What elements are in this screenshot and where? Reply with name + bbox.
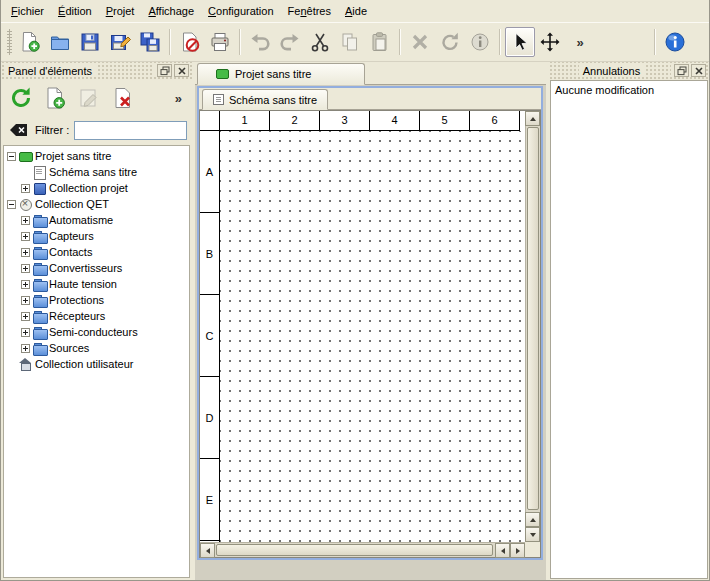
- tree-expander-icon[interactable]: [21, 312, 30, 321]
- paste-button[interactable]: [365, 27, 395, 57]
- rotate-button[interactable]: [435, 27, 465, 57]
- elements-panel-titlebar[interactable]: Panel d'éléments: [1, 62, 192, 79]
- save-button[interactable]: [75, 27, 105, 57]
- float-icon: [160, 66, 170, 76]
- tree-item-label: Collection projet: [49, 182, 128, 194]
- tree-item-icon: [33, 230, 46, 242]
- tree-expander-icon[interactable]: [21, 184, 30, 193]
- diagram-canvas[interactable]: 123456 ABCDE: [200, 111, 525, 542]
- scroll-right-button[interactable]: [510, 543, 525, 558]
- tree-expander-icon[interactable]: [7, 200, 16, 209]
- menu-item[interactable]: Aide: [338, 2, 374, 20]
- save-as-button[interactable]: [105, 27, 135, 57]
- menu-item[interactable]: Configuration: [201, 2, 280, 20]
- tree-item-label: Semi-conducteurs: [49, 326, 138, 338]
- tree-item[interactable]: Sources: [4, 340, 189, 356]
- selection-tool-button[interactable]: [505, 27, 535, 57]
- redo-button[interactable]: [275, 27, 305, 57]
- toolbar-overflow-button[interactable]: »: [565, 27, 595, 57]
- floppy-icon: [79, 31, 101, 53]
- tree-item-icon: [33, 326, 46, 338]
- chevron-right-icon: »: [175, 91, 182, 106]
- tree-item[interactable]: Récepteurs: [4, 308, 189, 324]
- tree-expander-icon[interactable]: [21, 216, 30, 225]
- new-element-button[interactable]: [40, 83, 70, 113]
- menu-item[interactable]: Fenêtres: [281, 2, 338, 20]
- tree-item[interactable]: Collection projet: [4, 180, 189, 196]
- tree-item[interactable]: Contacts: [4, 244, 189, 260]
- tree-expander-icon[interactable]: [21, 248, 30, 257]
- scroll-left-button[interactable]: [200, 543, 215, 558]
- row-label: B: [200, 213, 219, 295]
- undo-list-item[interactable]: Aucune modification: [551, 81, 707, 99]
- scroll-up-button-2[interactable]: [525, 512, 540, 527]
- tree-item[interactable]: Projet sans titre: [4, 148, 189, 164]
- print-button[interactable]: [205, 27, 235, 57]
- close-panel-button[interactable]: [174, 64, 189, 77]
- tree-item[interactable]: Schéma sans titre: [4, 164, 189, 180]
- tree-item[interactable]: Semi-conducteurs: [4, 324, 189, 340]
- diagram-info-button[interactable]: [465, 27, 495, 57]
- filter-label: Filtrer :: [35, 124, 69, 136]
- project-tab[interactable]: Projet sans titre: [197, 63, 365, 85]
- undo-panel-title: Annulations: [579, 65, 645, 77]
- horizontal-scroll-thumb[interactable]: [216, 544, 493, 556]
- tree-item[interactable]: Collection QET: [4, 196, 189, 212]
- close-panel-button[interactable]: [691, 64, 706, 77]
- tree-item[interactable]: Convertisseurs: [4, 260, 189, 276]
- elements-panel-title: Panel d'éléments: [4, 65, 96, 77]
- diagram-tab[interactable]: Schéma sans titre: [202, 89, 328, 110]
- column-label: 3: [320, 111, 370, 131]
- diagram-paper[interactable]: [220, 131, 525, 542]
- menu-item[interactable]: Projet: [99, 2, 142, 20]
- menu-item[interactable]: Affichage: [141, 2, 201, 20]
- scroll-left-button-2[interactable]: [495, 543, 510, 558]
- tree-item[interactable]: Protections: [4, 292, 189, 308]
- cursor-arrow-icon: [509, 31, 531, 53]
- toolbar-separator: [399, 29, 401, 55]
- printer-icon: [209, 31, 231, 53]
- menu-item[interactable]: Fichier: [4, 2, 51, 20]
- scroll-down-button[interactable]: [525, 527, 540, 542]
- horizontal-scrollbar[interactable]: [200, 542, 525, 557]
- filter-input[interactable]: [74, 121, 187, 140]
- cut-button[interactable]: [305, 27, 335, 57]
- undo-button[interactable]: [245, 27, 275, 57]
- edit-element-button[interactable]: [74, 83, 104, 113]
- tree-expander-icon[interactable]: [21, 296, 30, 305]
- undo-panel-titlebar[interactable]: Annulations: [549, 62, 709, 79]
- tree-item[interactable]: Capteurs: [4, 228, 189, 244]
- close-file-button[interactable]: [175, 27, 205, 57]
- about-info-button[interactable]: [660, 27, 690, 57]
- move-tool-button[interactable]: [535, 27, 565, 57]
- scroll-up-button[interactable]: [525, 111, 540, 126]
- float-panel-button[interactable]: [157, 64, 172, 77]
- tree-item-icon: [19, 150, 32, 162]
- float-panel-button[interactable]: [674, 64, 689, 77]
- vertical-scrollbar[interactable]: [525, 111, 540, 542]
- arrow-up-icon: [530, 518, 536, 522]
- panel-overflow-button[interactable]: »: [170, 89, 187, 108]
- reload-collections-button[interactable]: [6, 83, 36, 113]
- new-project-button[interactable]: [15, 27, 45, 57]
- tree-expander-icon[interactable]: [21, 264, 30, 273]
- tree-expander-icon[interactable]: [21, 344, 30, 353]
- tree-item[interactable]: Automatisme: [4, 212, 189, 228]
- tree-expander-icon[interactable]: [21, 280, 30, 289]
- vertical-scroll-thumb[interactable]: [527, 127, 539, 510]
- tree-item-label: Contacts: [49, 246, 92, 258]
- tree-expander-icon[interactable]: [21, 328, 30, 337]
- clear-filter-button[interactable]: [6, 120, 30, 140]
- menu-item[interactable]: Édition: [51, 2, 99, 20]
- delete-element-button[interactable]: [108, 83, 138, 113]
- tree-expander-icon[interactable]: [21, 232, 30, 241]
- tree-item[interactable]: Collection utilisateur: [4, 356, 189, 372]
- save-all-button[interactable]: [135, 27, 165, 57]
- delete-button[interactable]: [405, 27, 435, 57]
- open-project-button[interactable]: [45, 27, 75, 57]
- copy-button[interactable]: [335, 27, 365, 57]
- rotate-arrow-icon: [439, 31, 461, 53]
- toolbar-grip[interactable]: [7, 29, 12, 55]
- tree-expander-icon[interactable]: [7, 152, 16, 161]
- tree-item[interactable]: Haute tension: [4, 276, 189, 292]
